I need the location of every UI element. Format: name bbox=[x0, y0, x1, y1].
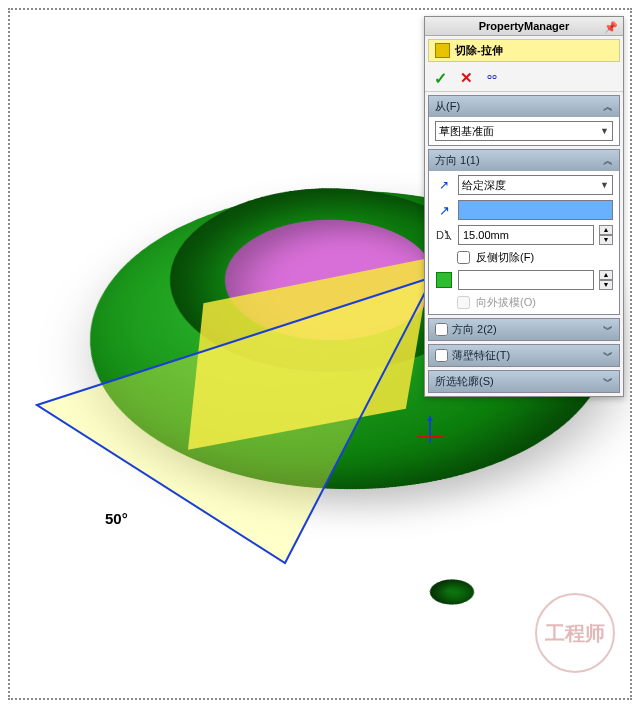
from-plane-value: 草图基准面 bbox=[439, 124, 494, 139]
direction-arrow-icon[interactable]: ↗ bbox=[435, 201, 453, 219]
group-from: 从(F) ︽ 草图基准面 ▼ bbox=[428, 95, 620, 146]
flip-side-input[interactable] bbox=[457, 251, 470, 264]
group-thin-label: 薄壁特征(T) bbox=[452, 348, 603, 363]
chevron-up-icon: ︽ bbox=[603, 100, 613, 114]
property-manager-panel: PropertyManager 📌 切除-拉伸 ✓ ✕ ᵒᵒ 从(F) ︽ 草图… bbox=[424, 16, 624, 397]
draft-outward-input bbox=[457, 296, 470, 309]
depth-spinner[interactable]: ▲▼ bbox=[599, 225, 613, 245]
feature-name-row: 切除-拉伸 bbox=[428, 39, 620, 62]
draft-angle-input[interactable] bbox=[458, 270, 594, 290]
group-direction1: 方向 1(1) ︽ ↗ 给定深度 ▼ ↗ bbox=[428, 149, 620, 315]
group-thin-header[interactable]: 薄壁特征(T) ︾ bbox=[429, 345, 619, 366]
thin-enable-checkbox[interactable] bbox=[435, 349, 448, 362]
pm-title-bar: PropertyManager 📌 bbox=[425, 17, 623, 36]
chevron-down-icon: ▼ bbox=[600, 126, 609, 136]
depth-icon: D1 bbox=[435, 226, 453, 244]
group-thin-feature: 薄壁特征(T) ︾ bbox=[428, 344, 620, 367]
depth-input[interactable]: 15.00mm bbox=[458, 225, 594, 245]
reverse-direction-icon[interactable]: ↗ bbox=[435, 176, 453, 194]
flip-side-checkbox[interactable]: 反侧切除(F) bbox=[435, 250, 613, 265]
svg-marker-3 bbox=[427, 415, 433, 421]
flip-side-label: 反侧切除(F) bbox=[476, 250, 534, 265]
group-from-header[interactable]: 从(F) ︽ bbox=[429, 96, 619, 117]
group-contours-header[interactable]: 所选轮廓(S) ︾ bbox=[429, 371, 619, 392]
draft-icon[interactable] bbox=[435, 271, 453, 289]
triad-icon[interactable] bbox=[415, 415, 445, 447]
group-selected-contours: 所选轮廓(S) ︾ bbox=[428, 370, 620, 393]
draft-spinner[interactable]: ▲▼ bbox=[599, 270, 613, 290]
action-bar: ✓ ✕ ᵒᵒ bbox=[425, 65, 623, 92]
chevron-up-icon: ︽ bbox=[603, 154, 613, 168]
depth-value: 15.00mm bbox=[463, 229, 509, 241]
detailed-preview-button[interactable]: ᵒᵒ bbox=[483, 69, 501, 87]
part-hole bbox=[424, 576, 480, 608]
direction-vector-input[interactable] bbox=[458, 200, 613, 220]
chevron-down-icon: ▼ bbox=[600, 180, 609, 190]
pm-title: PropertyManager bbox=[479, 20, 569, 32]
draft-outward-checkbox: 向外拔模(O) bbox=[435, 295, 613, 310]
group-from-label: 从(F) bbox=[435, 99, 460, 114]
chevron-down-icon: ︾ bbox=[603, 323, 613, 337]
group-direction2: 方向 2(2) ︾ bbox=[428, 318, 620, 341]
from-plane-select[interactable]: 草图基准面 ▼ bbox=[435, 121, 613, 141]
ok-button[interactable]: ✓ bbox=[431, 69, 449, 87]
group-direction2-header[interactable]: 方向 2(2) ︾ bbox=[429, 319, 619, 340]
group-direction1-header[interactable]: 方向 1(1) ︽ bbox=[429, 150, 619, 171]
group-direction2-label: 方向 2(2) bbox=[452, 322, 603, 337]
end-condition-value: 给定深度 bbox=[462, 178, 506, 193]
cut-extrude-icon bbox=[435, 43, 450, 58]
group-contours-label: 所选轮廓(S) bbox=[435, 374, 494, 389]
direction2-enable-checkbox[interactable] bbox=[435, 323, 448, 336]
chevron-down-icon: ︾ bbox=[603, 349, 613, 363]
pin-icon[interactable]: 📌 bbox=[603, 19, 619, 35]
feature-name: 切除-拉伸 bbox=[455, 43, 503, 58]
angle-dimension[interactable]: 50° bbox=[105, 510, 128, 527]
cancel-button[interactable]: ✕ bbox=[457, 69, 475, 87]
end-condition-select[interactable]: 给定深度 ▼ bbox=[458, 175, 613, 195]
draft-outward-label: 向外拔模(O) bbox=[476, 295, 536, 310]
group-direction1-label: 方向 1(1) bbox=[435, 153, 480, 168]
chevron-down-icon: ︾ bbox=[603, 375, 613, 389]
